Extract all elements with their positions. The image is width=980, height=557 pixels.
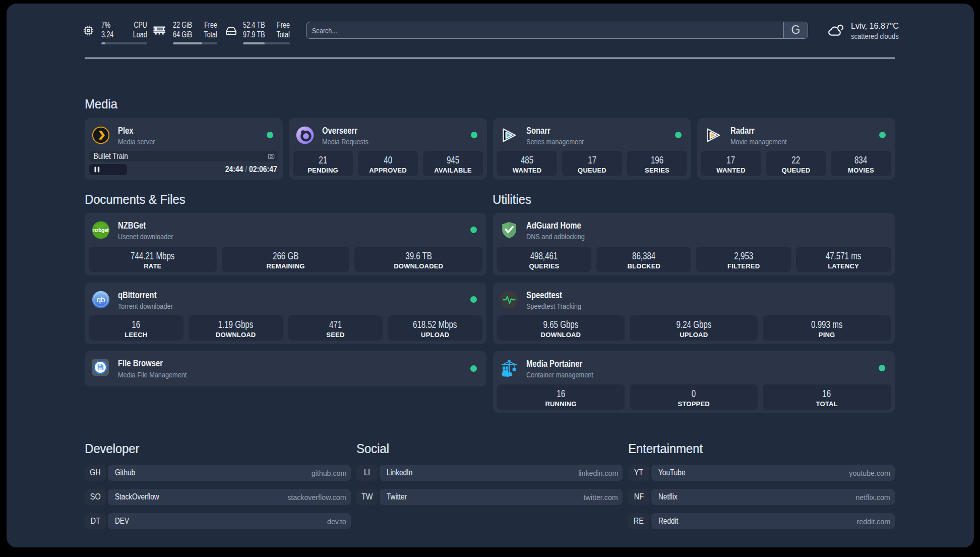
svg-text:qb: qb [96,295,105,304]
svg-text:nzbget: nzbget [93,228,109,233]
